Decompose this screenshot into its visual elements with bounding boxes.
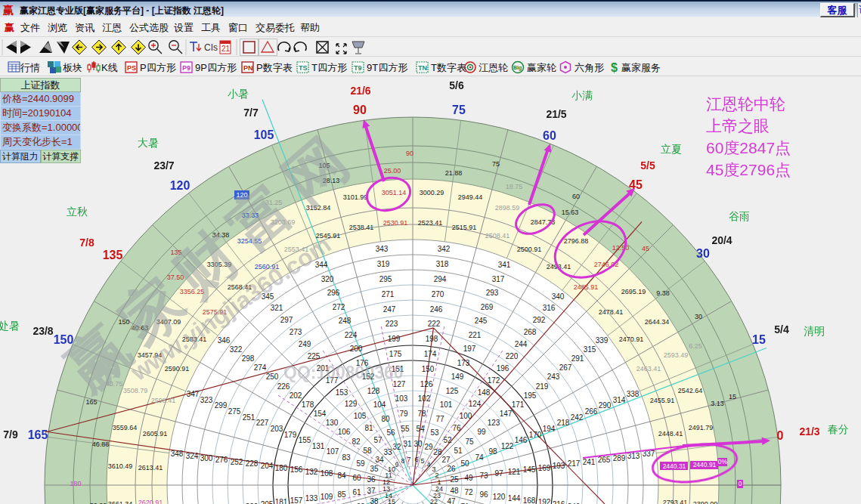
svg-text:194: 194 — [543, 425, 556, 433]
svg-text:2949.44: 2949.44 — [458, 193, 483, 201]
svg-text:23/7: 23/7 — [153, 159, 174, 172]
svg-text:123: 123 — [488, 419, 500, 427]
svg-text:处暑: 处暑 — [0, 320, 20, 332]
svg-text:146: 146 — [515, 436, 528, 444]
svg-text:9.38: 9.38 — [656, 289, 670, 297]
svg-text:清明: 清明 — [804, 325, 825, 337]
svg-text:15: 15 — [729, 393, 736, 400]
svg-text:38: 38 — [370, 497, 379, 504]
svg-text:TS: TS — [299, 64, 308, 72]
svg-text:99: 99 — [477, 428, 486, 436]
svg-text:57: 57 — [373, 436, 382, 444]
svg-text:50: 50 — [460, 459, 469, 468]
svg-text:179: 179 — [284, 431, 297, 439]
svg-text:84: 84 — [337, 472, 346, 480]
svg-text:289: 289 — [613, 454, 626, 462]
svg-text:150: 150 — [54, 333, 74, 346]
svg-text:7/7: 7/7 — [243, 107, 259, 119]
svg-text:PS: PS — [127, 64, 136, 72]
svg-text:2440.91: 2440.91 — [693, 461, 717, 468]
svg-text:75: 75 — [492, 160, 500, 168]
svg-text:QQ:100800360: QQ:100800360 — [283, 363, 404, 382]
svg-text:314: 314 — [613, 396, 626, 404]
svg-text:2455.91: 2455.91 — [650, 397, 675, 404]
svg-text:23: 23 — [433, 492, 441, 499]
svg-text:343: 343 — [376, 245, 389, 253]
svg-text:132: 132 — [305, 468, 318, 476]
svg-text:226: 226 — [277, 382, 290, 391]
svg-text:45: 45 — [642, 245, 649, 252]
svg-text:79: 79 — [399, 410, 408, 418]
svg-text:15.63: 15.63 — [562, 209, 579, 216]
svg-text:立秋: 立秋 — [67, 206, 88, 218]
svg-text:133: 133 — [305, 494, 318, 502]
svg-text:218: 218 — [557, 419, 570, 427]
svg-text:338: 338 — [627, 390, 640, 398]
svg-text:5/4: 5/4 — [774, 323, 789, 335]
svg-text:六角形: 六角形 — [575, 62, 604, 73]
svg-text:173: 173 — [457, 359, 470, 367]
svg-text:TN: TN — [418, 64, 427, 72]
svg-text:274: 274 — [254, 363, 267, 372]
svg-text:125: 125 — [446, 387, 459, 395]
svg-text:295: 295 — [379, 275, 392, 283]
svg-text:313: 313 — [627, 452, 640, 460]
svg-text:7/8: 7/8 — [79, 237, 94, 249]
svg-text:33: 33 — [383, 448, 392, 456]
svg-text:0%: 0% — [718, 458, 728, 465]
svg-text:20/4: 20/4 — [711, 234, 732, 246]
svg-text:9T四方形: 9T四方形 — [367, 62, 407, 73]
svg-text:73: 73 — [479, 472, 488, 480]
svg-text:220: 220 — [506, 352, 519, 360]
svg-text:147: 147 — [500, 410, 513, 418]
svg-text:5/6: 5/6 — [449, 79, 464, 91]
svg-text:2485.91: 2485.91 — [574, 283, 599, 291]
svg-text:3.13: 3.13 — [711, 400, 724, 407]
svg-text:299: 299 — [215, 401, 228, 410]
svg-text:196: 196 — [497, 364, 509, 373]
svg-text:2605.91: 2605.91 — [143, 430, 168, 438]
svg-text:26: 26 — [447, 465, 456, 473]
svg-text:赢家轮: 赢家轮 — [527, 62, 556, 73]
svg-text:3559.64: 3559.64 — [113, 424, 138, 431]
svg-text:83: 83 — [342, 453, 351, 462]
svg-text:105: 105 — [354, 412, 367, 420]
svg-text:195: 195 — [524, 391, 537, 400]
svg-text:21.88: 21.88 — [445, 169, 463, 177]
svg-text:197: 197 — [463, 345, 476, 353]
svg-text:21/5: 21/5 — [546, 108, 566, 120]
svg-text:149: 149 — [451, 373, 464, 381]
svg-text:45: 45 — [629, 178, 643, 191]
svg-text:82: 82 — [352, 438, 361, 446]
svg-text:32: 32 — [392, 443, 401, 451]
svg-text:2695.19: 2695.19 — [621, 288, 646, 295]
svg-text:120: 120 — [170, 179, 190, 192]
svg-text:223: 223 — [386, 320, 398, 328]
svg-text:348: 348 — [171, 450, 184, 458]
svg-text:2523.41: 2523.41 — [418, 219, 443, 227]
svg-text:148: 148 — [478, 388, 491, 397]
svg-text:90: 90 — [353, 104, 367, 116]
svg-text:上帝之眼: 上帝之眼 — [706, 117, 770, 135]
svg-text:244: 244 — [515, 340, 528, 348]
svg-text:97: 97 — [494, 469, 503, 478]
svg-text:T数字表: T数字表 — [431, 62, 466, 73]
svg-text:2620.91: 2620.91 — [138, 499, 163, 504]
svg-text:27: 27 — [441, 456, 451, 464]
svg-text:245: 245 — [475, 317, 488, 325]
svg-text:2598.41: 2598.41 — [151, 397, 176, 404]
svg-text:128: 128 — [367, 387, 380, 395]
svg-text:30: 30 — [695, 313, 702, 320]
svg-text:2613.41: 2613.41 — [138, 464, 163, 472]
svg-text:2448.41: 2448.41 — [658, 430, 683, 438]
svg-text:2644.34: 2644.34 — [645, 318, 670, 326]
svg-text:272: 272 — [333, 303, 345, 311]
svg-text:319: 319 — [377, 260, 390, 268]
svg-text:172: 172 — [488, 376, 500, 385]
svg-text:318: 318 — [436, 260, 449, 268]
svg-text:75: 75 — [465, 438, 474, 446]
svg-text:105: 105 — [254, 128, 274, 141]
svg-text:6.25: 6.25 — [689, 342, 702, 350]
svg-text:222: 222 — [428, 320, 441, 328]
svg-text:T四方形: T四方形 — [311, 62, 347, 73]
